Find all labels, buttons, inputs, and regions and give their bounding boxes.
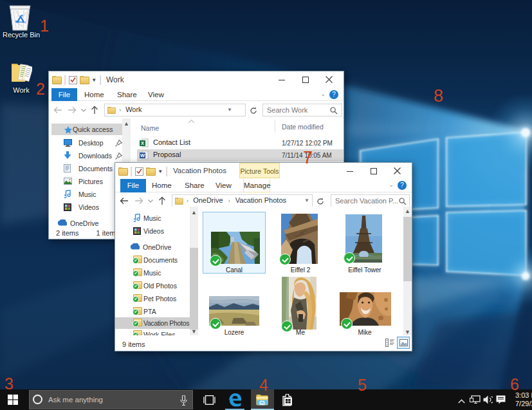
svg-text:X: X [141, 140, 144, 146]
svg-text:W: W [140, 153, 145, 158]
